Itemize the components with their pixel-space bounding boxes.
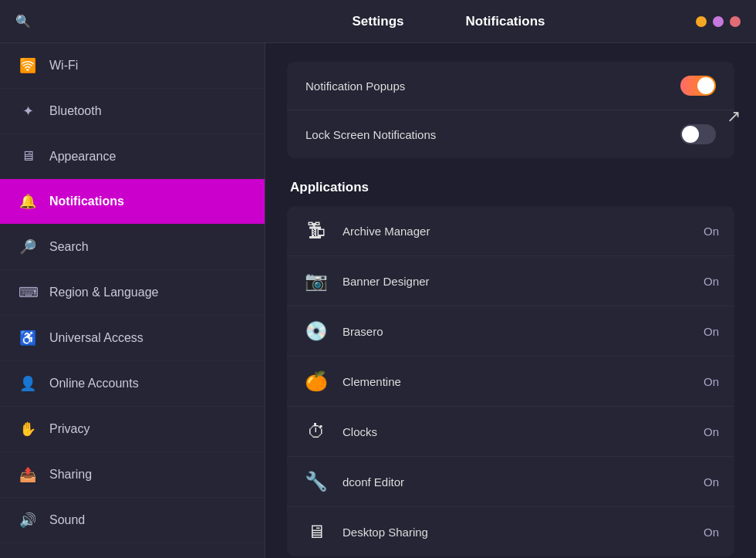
notifications-icon: 🔔 [19,193,37,210]
app-name-clementine: Clementine [343,375,704,388]
app-status-dconf-editor: On [704,475,719,489]
apps-list: 🗜 Archive Manager On 📷 Banner Designer O… [287,206,734,556]
sidebar-label-online-accounts: Online Accounts [49,377,139,391]
sidebar-label-bluetooth: Bluetooth [49,104,102,118]
sharing-icon: 📤 [19,466,37,483]
search-icon: 🔎 [19,238,37,255]
sidebar-item-online-accounts[interactable]: 👤 Online Accounts [0,361,265,407]
appearance-icon: 🖥 [19,148,37,164]
sidebar-label-wifi: Wi-Fi [49,59,78,73]
toggle-section: Notification Popups Lock Screen Notifica… [287,62,734,158]
sidebar-item-sharing[interactable]: 📤 Sharing [0,452,265,498]
window-btn-purple[interactable] [713,16,724,27]
main-content: Notification Popups Lock Screen Notifica… [265,43,756,558]
toggle-row-lock-screen: Lock Screen Notifications [287,110,734,158]
toggle-label-lock-screen: Lock Screen Notifications [305,128,436,141]
app-icon-clementine: 🍊 [302,367,330,395]
app-row-dconf-editor[interactable]: 🔧 dconf Editor On [287,457,734,507]
online-accounts-icon: 👤 [19,375,37,392]
toggle-knob-lock-screen [682,126,699,143]
sidebar-item-privacy[interactable]: ✋ Privacy [0,407,265,452]
app-status-brasero: On [704,325,719,338]
header: 🔍 Settings Notifications [0,0,756,43]
sidebar-item-search[interactable]: 🔎 Search [0,225,265,270]
app-title: Settings [352,14,403,29]
sidebar-label-notifications: Notifications [49,194,124,208]
sound-icon: 🔊 [19,512,37,529]
sidebar-label-search: Search [49,240,89,254]
app-icon-brasero: 💿 [302,317,330,345]
app-status-desktop-sharing: On [704,526,719,539]
app-icon-archive-manager: 🗜 [302,217,330,245]
sidebar-item-region[interactable]: ⌨ Region & Language [0,270,265,316]
app-name-brasero: Brasero [343,325,704,338]
window-btn-yellow[interactable] [696,16,707,27]
app-status-archive-manager: On [704,225,719,238]
app-icon-desktop-sharing: 🖥 [302,518,330,546]
app-row-banner-designer[interactable]: 📷 Banner Designer On [287,256,734,306]
bluetooth-icon: ✦ [19,103,37,120]
toggle-lock-screen[interactable] [680,124,716,144]
sidebar-item-universal-access[interactable]: ♿ Universal Access [0,316,265,361]
app-name-banner-designer: Banner Designer [343,275,704,288]
universal-access-icon: ♿ [19,330,37,347]
app-row-clementine[interactable]: 🍊 Clementine On [287,357,734,407]
sidebar-label-privacy: Privacy [49,422,89,436]
header-search-icon[interactable]: 🔍 [15,14,31,29]
app-icon-dconf-editor: 🔧 [302,468,330,495]
privacy-icon: ✋ [19,421,37,438]
sidebar-item-bluetooth[interactable]: ✦ Bluetooth [0,89,265,134]
window-btn-red[interactable] [730,16,741,27]
app-row-desktop-sharing[interactable]: 🖥 Desktop Sharing On [287,507,734,556]
app-row-brasero[interactable]: 💿 Brasero On [287,306,734,357]
sidebar-label-sharing: Sharing [49,468,92,482]
app-name-archive-manager: Archive Manager [343,225,704,238]
applications-section: Applications 🗜 Archive Manager On 📷 Bann… [287,180,734,556]
sidebar: 🛜 Wi-Fi ✦ Bluetooth 🖥 Appearance 🔔 Notif… [0,43,265,558]
region-icon: ⌨ [19,284,37,301]
app-icon-banner-designer: 📷 [302,267,330,295]
sidebar-label-sound: Sound [49,513,85,527]
app-row-archive-manager[interactable]: 🗜 Archive Manager On [287,206,734,256]
applications-title: Applications [287,180,734,195]
sidebar-label-region: Region & Language [49,286,158,299]
app-name-desktop-sharing: Desktop Sharing [343,526,704,539]
toggle-notification-popups[interactable] [680,76,716,96]
sidebar-label-universal-access: Universal Access [49,331,143,345]
main-layout: 🛜 Wi-Fi ✦ Bluetooth 🖥 Appearance 🔔 Notif… [0,43,756,558]
app-status-banner-designer: On [704,275,719,288]
app-name-clocks: Clocks [343,425,704,438]
wifi-icon: 🛜 [19,57,37,74]
toggle-row-notification-popups: Notification Popups [287,62,734,110]
sidebar-item-notifications[interactable]: 🔔 Notifications [0,179,265,225]
toggle-knob-notification-popups [697,77,714,94]
sidebar-item-appearance[interactable]: 🖥 Appearance [0,134,265,179]
app-status-clementine: On [704,375,719,388]
sidebar-label-appearance: Appearance [49,150,116,164]
sidebar-item-sound[interactable]: 🔊 Sound [0,498,265,543]
window-controls [696,16,741,27]
page-title: Notifications [466,14,545,29]
app-name-dconf-editor: dconf Editor [343,475,704,489]
app-status-clocks: On [704,425,719,438]
app-row-clocks[interactable]: ⏱ Clocks On [287,407,734,457]
sidebar-item-wifi[interactable]: 🛜 Wi-Fi [0,43,265,89]
app-icon-clocks: ⏱ [302,418,330,445]
toggle-label-notification-popups: Notification Popups [305,79,405,93]
